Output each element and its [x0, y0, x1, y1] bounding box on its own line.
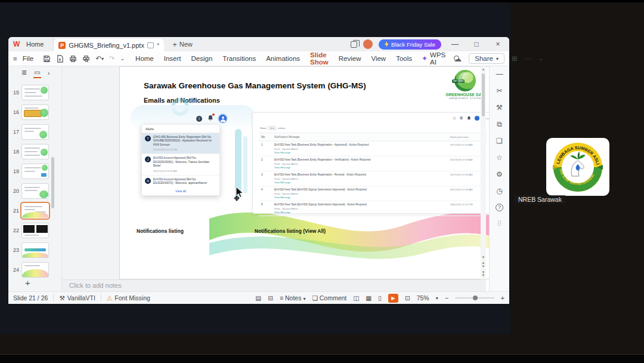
- canvas-scrollbar[interactable]: ▲ ▼ ▲▲ ▼▼: [481, 66, 486, 279]
- normal-view-icon[interactable]: ◫: [353, 294, 359, 302]
- notification-message: EnVISS New Task [EnVISS Signup Submissio…: [274, 203, 450, 206]
- menu-review[interactable]: Review: [339, 53, 361, 64]
- redo-icon[interactable]: ↷: [109, 54, 115, 63]
- history-clock-icon[interactable]: ◷: [496, 187, 502, 195]
- comment-panel-icon[interactable]: ❏: [496, 137, 503, 145]
- slide-thumbnail-16[interactable]: [21, 104, 49, 120]
- home-icon: ⌂: [453, 116, 456, 121]
- new-tab-button[interactable]: + New: [172, 40, 193, 49]
- print-preview-icon[interactable]: [82, 55, 90, 63]
- thumbnail-scrollbar[interactable]: [51, 157, 54, 208]
- notes-input[interactable]: Click to add notes: [62, 279, 486, 291]
- undo-icon[interactable]: ↶▾: [95, 54, 104, 63]
- notifications-page: ⌂ ⚙ Admin Show 10 ▾ entries No.: [252, 112, 494, 214]
- collapse-ribbon-icon[interactable]: ⌄: [538, 56, 543, 61]
- view-message-link: View Message: [274, 181, 450, 184]
- hamburger-icon: ≡: [13, 55, 17, 62]
- toolbar-more-icon[interactable]: ⌄: [120, 56, 125, 61]
- menu-tools[interactable]: Tools: [396, 53, 412, 64]
- ribbon-more-icon[interactable]: ⋯: [525, 54, 532, 63]
- help-icon[interactable]: ?: [496, 204, 503, 211]
- table-row: 2 EnVISS New Task [Business Entity Regis…: [259, 156, 487, 171]
- collapse-sidebar-icon[interactable]: —: [496, 70, 503, 78]
- smart-tools-icon[interactable]: ✂: [496, 87, 502, 95]
- decorative-bar: [243, 136, 247, 193]
- slide-thumbnail-20[interactable]: [21, 183, 49, 199]
- slide-thumbnail-21-selected[interactable]: [21, 203, 49, 219]
- jump-to-notes-icon[interactable]: ⊟: [268, 294, 273, 302]
- notes-toggle[interactable]: ≡ Notes ▾: [280, 294, 305, 302]
- next-slide-icon[interactable]: ▼▼: [481, 271, 486, 277]
- panel-expand-icon[interactable]: ›: [48, 69, 50, 76]
- alert-item-1: T [GHG-MS] Business Entity Registration …: [142, 133, 219, 154]
- print-icon[interactable]: [69, 55, 77, 63]
- file-menu[interactable]: File: [23, 55, 34, 62]
- slide-thumbnail-19[interactable]: [21, 164, 49, 179]
- menu-insert[interactable]: Insert: [164, 53, 181, 64]
- view-message-link: View Message: [274, 211, 450, 214]
- slide-thumbnail-24[interactable]: [21, 262, 49, 278]
- scroll-up-icon[interactable]: ▲: [481, 67, 486, 71]
- document-tab-label: GHGMS_Briefing_v1.pptx: [69, 42, 144, 49]
- slideshow-play-button[interactable]: ▶: [388, 294, 398, 303]
- slide-thumbnail-17[interactable]: [21, 124, 49, 140]
- design-theme-icon[interactable]: ⚒: [496, 103, 503, 112]
- close-button[interactable]: ×: [490, 40, 506, 48]
- comment-button[interactable]: ❏ Comment: [312, 294, 346, 302]
- maximize-button[interactable]: □: [469, 40, 484, 48]
- menu-animations[interactable]: Animations: [266, 53, 300, 64]
- slide-thumbnail-18[interactable]: [21, 144, 49, 159]
- scroll-down-icon[interactable]: ▼: [481, 256, 486, 259]
- notes-page-icon[interactable]: ▤: [255, 294, 261, 302]
- zoom-slider-knob[interactable]: [473, 296, 478, 300]
- add-slide-button[interactable]: +: [25, 278, 30, 288]
- presentation-file-icon: P: [58, 42, 66, 49]
- zoom-level[interactable]: 75%: [417, 294, 429, 302]
- meeting-screen: W Home P GHGMS_Briefing_v1.pptx * + New …: [0, 0, 644, 363]
- slide-thumbnail-22[interactable]: [21, 223, 49, 238]
- slide-view-icon[interactable]: ▭: [34, 69, 40, 76]
- slide-sorter-icon[interactable]: ▦: [366, 294, 371, 302]
- menu-design[interactable]: Design: [191, 53, 213, 64]
- apps-grid-icon[interactable]: ⠿: [497, 220, 502, 228]
- panel-layout-icon[interactable]: ⊞: [512, 54, 518, 63]
- previous-slide-icon[interactable]: ▲▲: [481, 262, 486, 267]
- menu-view[interactable]: View: [371, 53, 386, 64]
- zoom-chevron-icon[interactable]: ▾: [436, 296, 438, 301]
- wps-ai-button[interactable]: ✦ WPS AI: [422, 51, 445, 66]
- settings-sliders-icon[interactable]: ⚙: [496, 170, 503, 179]
- status-bar: Slide 21 / 26 ⚒ VanillaVTI ⚠ Font Missin…: [8, 291, 509, 304]
- menu-transitions[interactable]: Transitions: [222, 53, 256, 64]
- minimize-button[interactable]: —: [447, 40, 463, 48]
- slide-21[interactable]: Sarawak Greenhouse Gas Management System…: [119, 66, 501, 279]
- reading-view-icon[interactable]: ▯: [378, 294, 382, 302]
- home-tab[interactable]: Home: [25, 37, 54, 51]
- menu-home[interactable]: Home: [135, 53, 154, 64]
- zoom-slider[interactable]: [455, 297, 494, 299]
- notification-message: EnVISS New Task [EnVISS Signup Submissio…: [274, 188, 450, 191]
- account-avatar[interactable]: [363, 39, 373, 49]
- slide-thumbnail-23[interactable]: [21, 242, 49, 258]
- share-button[interactable]: Share ▾: [469, 53, 504, 64]
- slide-row-22: 22: [8, 223, 61, 238]
- zoom-out-button[interactable]: −: [445, 294, 448, 302]
- notification-message: EnVISS New Task [Business Entity Registr…: [274, 173, 450, 176]
- fit-slide-icon[interactable]: ⊡: [405, 294, 410, 302]
- objects-layers-icon[interactable]: ⧉: [497, 120, 502, 128]
- font-missing-label[interactable]: Font Missing: [114, 294, 150, 302]
- tab-list-icon[interactable]: [351, 41, 357, 48]
- favorites-icon[interactable]: ☆: [496, 153, 503, 162]
- alert-avatar: T: [145, 136, 151, 141]
- zoom-in-button[interactable]: +: [501, 294, 504, 302]
- notifications-table: No. Notification Message Notification Da…: [259, 133, 487, 216]
- outline-view-icon[interactable]: ≣: [21, 69, 27, 76]
- slide-thumbnail-15[interactable]: [21, 85, 49, 100]
- save-icon[interactable]: [43, 55, 51, 63]
- participant-video-tile[interactable]: LEMBAGA SUMBER ASLI DAN ALAM SEKITAR SAR…: [546, 138, 609, 196]
- scrollbar-thumb[interactable]: [482, 73, 485, 116]
- app-topbar-icons: i: [196, 115, 227, 122]
- menu-slide-show[interactable]: Slide Show: [310, 49, 329, 68]
- export-pdf-icon[interactable]: [56, 55, 64, 63]
- theme-name[interactable]: VanillaVTI: [67, 294, 95, 302]
- black-friday-sale-button[interactable]: Black Friday Sale: [379, 39, 441, 50]
